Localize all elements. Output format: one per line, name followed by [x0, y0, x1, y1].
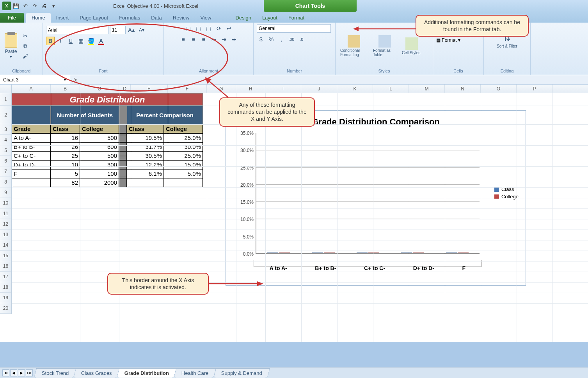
y-axis[interactable]: 0.0%5.0%10.0%15.0%20.0%25.0%30.0%35.0%	[232, 133, 254, 254]
last-sheet-icon[interactable]: ⏭	[26, 369, 33, 376]
x-axis-labels[interactable]: A to A-B+ to B-C+ to C-D+ to D-F	[256, 262, 480, 265]
redo-icon[interactable]: ↷	[30, 2, 39, 10]
bar-group[interactable]	[310, 253, 337, 253]
col-header[interactable]: L	[373, 85, 409, 93]
number-format-select[interactable]	[257, 24, 331, 33]
bar-group[interactable]	[265, 253, 292, 253]
font-size-input[interactable]	[110, 26, 126, 34]
tab-insert[interactable]: Insert	[51, 13, 75, 23]
row-header[interactable]: 9	[0, 187, 11, 198]
bar-group[interactable]	[354, 253, 382, 253]
row-header[interactable]: 5	[0, 145, 11, 156]
tab-data[interactable]: Data	[146, 13, 167, 23]
col-header[interactable]: E	[131, 85, 168, 93]
fill-color-button[interactable]: 🪣	[87, 37, 95, 45]
tab-supply-demand[interactable]: Supply & Demand	[213, 368, 270, 378]
tab-review[interactable]: Review	[167, 13, 195, 23]
tab-file[interactable]: File	[0, 13, 24, 23]
row-header[interactable]: 16	[0, 261, 11, 272]
col-header[interactable]: I	[265, 85, 301, 93]
col-header[interactable]: B	[51, 85, 80, 93]
increase-font-icon[interactable]: A▴	[127, 26, 136, 34]
col-header[interactable]: K	[337, 85, 373, 93]
excel-icon[interactable]: X	[2, 2, 11, 10]
row-header[interactable]: 18	[0, 282, 11, 293]
cells-area[interactable]: Grade Distribution Number of Students Pe…	[12, 93, 588, 342]
paste-button[interactable]: Paste ▼	[3, 32, 19, 60]
row-header[interactable]: 12	[0, 219, 11, 230]
row-header[interactable]: 10	[0, 198, 11, 208]
next-sheet-icon[interactable]: ▶	[18, 369, 25, 376]
cut-icon[interactable]: ✂	[21, 32, 30, 40]
format-painter-icon[interactable]: 🖌	[21, 52, 30, 60]
align-right-icon[interactable]: ≡	[199, 35, 208, 44]
tab-view[interactable]: View	[195, 13, 217, 23]
italic-button[interactable]: I	[56, 37, 65, 45]
row-header[interactable]: 3	[0, 124, 11, 135]
col-header[interactable]: D	[119, 85, 131, 93]
col-header[interactable]: J	[301, 85, 337, 93]
tab-grade-distribution[interactable]: Grade Distribution	[117, 368, 177, 378]
row-header[interactable]: 17	[0, 272, 11, 282]
tab-format[interactable]: Format	[283, 13, 310, 23]
font-color-button[interactable]: A	[97, 37, 105, 45]
merge-center-icon[interactable]: ⬌	[230, 35, 238, 44]
tab-design[interactable]: Design	[230, 13, 256, 23]
plot-area[interactable]: 0.0%5.0%10.0%15.0%20.0%25.0%30.0%35.0% A…	[256, 133, 480, 262]
col-header[interactable]: M	[409, 85, 445, 93]
tab-stock-trend[interactable]: Stock Trend	[34, 368, 77, 378]
align-bottom-icon[interactable]: ⬚	[204, 24, 213, 33]
col-header[interactable]: C	[80, 85, 119, 93]
font-name-input[interactable]	[46, 26, 108, 34]
row-header[interactable]: 14	[0, 240, 11, 251]
col-header[interactable]: N	[445, 85, 481, 93]
comma-icon[interactable]: ,	[277, 35, 286, 44]
print-icon[interactable]: 🖨	[40, 2, 48, 10]
align-left-icon[interactable]: ≡	[179, 35, 188, 44]
row-header[interactable]: 15	[0, 251, 11, 261]
fx-icon[interactable]: fx	[70, 77, 80, 83]
row-header[interactable]: 2	[0, 106, 11, 124]
format-cells-button[interactable]: ▦ Format ▾	[436, 37, 460, 43]
col-header[interactable]: G	[207, 85, 236, 93]
bold-button[interactable]: B	[46, 37, 55, 45]
border-button[interactable]: ▦	[76, 37, 85, 45]
row-header[interactable]: 13	[0, 230, 11, 240]
bar-group[interactable]	[444, 253, 471, 253]
select-all-corner[interactable]	[0, 85, 12, 93]
decrease-decimal-icon[interactable]: .0	[297, 35, 306, 44]
percent-icon[interactable]: %	[267, 35, 275, 44]
increase-indent-icon[interactable]: ⇥	[220, 35, 228, 44]
row-header[interactable]: 8	[0, 177, 11, 187]
undo-icon[interactable]: ↶	[21, 2, 30, 10]
wrap-text-icon[interactable]: ↩	[225, 24, 233, 33]
align-middle-icon[interactable]: ⬚	[194, 24, 203, 33]
align-center-icon[interactable]: ≡	[189, 35, 198, 44]
underline-button[interactable]: U	[66, 37, 75, 45]
tab-page-layout[interactable]: Page Layout	[74, 13, 114, 23]
prev-sheet-icon[interactable]: ◀	[10, 369, 17, 376]
decrease-font-icon[interactable]: A▾	[137, 26, 146, 34]
row-header[interactable]: 6	[0, 156, 11, 166]
align-top-icon[interactable]: ⬚	[184, 24, 193, 33]
col-header[interactable]: P	[517, 85, 552, 93]
row-header[interactable]: 11	[0, 208, 11, 219]
format-as-table-button[interactable]: Format as Table	[371, 34, 398, 58]
tab-home[interactable]: Home	[26, 13, 51, 23]
bar-group[interactable]	[399, 253, 426, 253]
first-sheet-icon[interactable]: ⏮	[2, 369, 9, 376]
copy-icon[interactable]: ⧉	[21, 42, 30, 50]
tab-formulas[interactable]: Formulas	[114, 13, 146, 23]
col-header[interactable]: A	[12, 85, 51, 93]
tab-class-grades[interactable]: Class Grades	[73, 368, 120, 378]
currency-icon[interactable]: $	[257, 35, 265, 44]
tab-health-care[interactable]: Health Care	[174, 368, 217, 378]
conditional-formatting-button[interactable]: Conditional Formatting	[339, 34, 369, 58]
orientation-icon[interactable]: ⟳	[215, 24, 223, 33]
name-box[interactable]: Chart 3 ▼	[0, 75, 70, 84]
col-header[interactable]: F	[168, 85, 207, 93]
row-header[interactable]: 1	[0, 93, 11, 106]
cell-styles-button[interactable]: Cell Styles	[400, 36, 423, 57]
row-header[interactable]: 7	[0, 166, 11, 177]
tab-layout[interactable]: Layout	[257, 13, 283, 23]
